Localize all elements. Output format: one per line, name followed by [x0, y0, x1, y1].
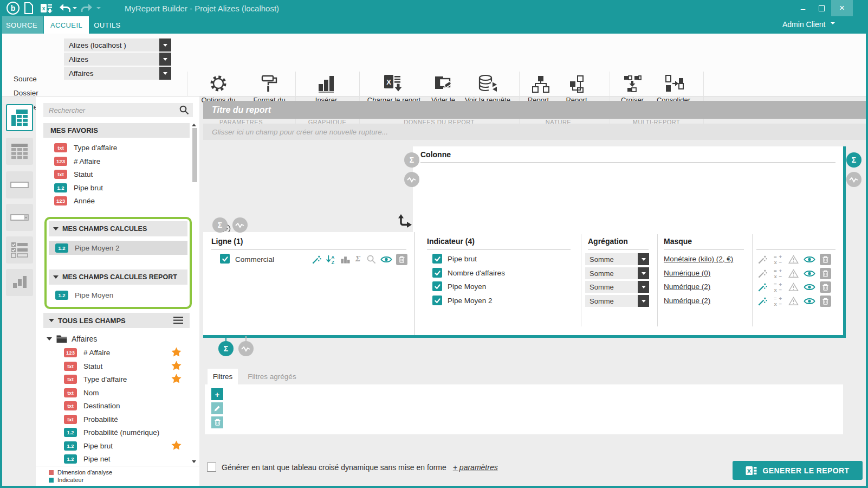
- magic-wand-icon[interactable]: [757, 282, 768, 292]
- graph-toggle-button[interactable]: [232, 217, 248, 233]
- filtres-panel[interactable]: [205, 384, 843, 434]
- masque-link[interactable]: Numérique (2): [664, 297, 710, 305]
- field-item[interactable]: 1.2 Pipe Moyen: [49, 288, 187, 302]
- tab-accueil[interactable]: ACCUEIL: [44, 16, 89, 34]
- agregation-select[interactable]: Somme: [585, 281, 649, 293]
- search-input[interactable]: [43, 103, 168, 117]
- field-item[interactable]: txt Nom: [64, 386, 99, 400]
- folder-row[interactable]: Affaires: [47, 332, 97, 345]
- undo-dropdown-icon[interactable]: [73, 7, 77, 11]
- masque-link[interactable]: Monétaire (kilo) (2, €): [664, 255, 733, 263]
- eye-icon[interactable]: [804, 255, 815, 264]
- eye-icon[interactable]: [804, 283, 815, 291]
- masque-link[interactable]: Numérique (0): [664, 269, 710, 277]
- view-checklist-button[interactable]: [6, 236, 33, 264]
- indicateur-checkbox[interactable]: [432, 268, 442, 278]
- graph-toggle-button[interactable]: [238, 341, 254, 356]
- maximize-button[interactable]: [813, 0, 830, 16]
- agregation-select[interactable]: Somme: [585, 253, 649, 265]
- consolider-button[interactable]: Consolider: [651, 70, 696, 105]
- star-icon[interactable]: [171, 347, 182, 357]
- colonne-dropzone[interactable]: [413, 146, 843, 232]
- field-item[interactable]: txt Type d'affaire: [64, 373, 127, 386]
- champs-calcules-header[interactable]: MES CHAMPS CALCULES: [49, 221, 187, 236]
- field-item[interactable]: 1.2 Pipe brut: [64, 439, 113, 453]
- warning-icon[interactable]: [788, 282, 799, 292]
- warning-icon[interactable]: [788, 269, 799, 278]
- tab-outils[interactable]: OUTILS: [89, 16, 125, 34]
- close-button[interactable]: ×: [831, 0, 853, 16]
- delete-filter-button[interactable]: [211, 416, 223, 428]
- graph-toggle-button[interactable]: [404, 172, 419, 187]
- generate-report-button[interactable]: X GENERER LE REPORT: [733, 461, 863, 480]
- warning-icon[interactable]: [788, 297, 799, 306]
- champs-calcules-report-header[interactable]: MES CHAMPS CALCULES REPORT: [49, 269, 187, 285]
- minimize-button[interactable]: –: [794, 0, 812, 16]
- trash-icon[interactable]: [820, 281, 831, 293]
- pivot-arrow-icon[interactable]: [396, 214, 413, 231]
- scrollbar-thumb[interactable]: [192, 128, 197, 182]
- parametres-link[interactable]: + paramètres: [453, 463, 498, 472]
- trash-icon[interactable]: [820, 296, 831, 307]
- magic-wand-icon[interactable]: [757, 268, 768, 279]
- magic-wand-icon[interactable]: [312, 254, 322, 265]
- field-item[interactable]: 123 # Affaire: [64, 346, 110, 359]
- field-item-selected[interactable]: 1.2 Pipe Moyen 2: [49, 241, 187, 255]
- sigma-toggle-button[interactable]: Σ: [218, 341, 234, 356]
- new-document-icon[interactable]: [24, 2, 34, 16]
- masque-link[interactable]: Numérique (2): [664, 282, 710, 291]
- calc-icon[interactable]: [773, 296, 783, 306]
- calc-icon[interactable]: [773, 254, 783, 265]
- warning-icon[interactable]: [788, 255, 799, 264]
- trash-icon[interactable]: [820, 268, 831, 279]
- indicateur-checkbox[interactable]: [432, 281, 442, 291]
- view-report-button[interactable]: [6, 104, 33, 131]
- sigma-toggle-button[interactable]: Σ: [404, 152, 419, 168]
- croiser-button[interactable]: Croiser: [614, 70, 651, 105]
- eye-icon[interactable]: [380, 255, 392, 264]
- field-item[interactable]: 1.2 Probabilité (numérique): [64, 426, 159, 439]
- agregation-select[interactable]: Somme: [585, 267, 649, 279]
- dossier-select[interactable]: Alizes: [64, 53, 171, 66]
- user-menu[interactable]: Admin Client: [782, 20, 835, 29]
- trash-icon[interactable]: [396, 254, 407, 265]
- graph-toggle-button[interactable]: [846, 172, 861, 187]
- field-item[interactable]: 123 Année: [54, 194, 95, 208]
- sort-az-icon[interactable]: [326, 254, 336, 265]
- tab-filtres-agreges[interactable]: Filtres agrégés: [242, 369, 302, 384]
- magic-wand-icon[interactable]: [757, 296, 768, 306]
- ranking-icon[interactable]: [340, 254, 351, 265]
- indicateur-checkbox[interactable]: [432, 254, 442, 264]
- ligne-checkbox[interactable]: [220, 254, 230, 264]
- redo-icon[interactable]: [81, 3, 93, 15]
- view-cell-button[interactable]: [6, 171, 33, 198]
- calc-icon[interactable]: [773, 268, 783, 279]
- field-item[interactable]: txt Statut: [54, 168, 93, 181]
- source-select[interactable]: Alizes (localhost ): [64, 38, 171, 52]
- view-dropdown-button[interactable]: [6, 204, 33, 231]
- undo-icon[interactable]: [59, 3, 70, 15]
- search-icon[interactable]: [179, 105, 190, 115]
- report-title-input[interactable]: Titre du report: [203, 101, 866, 119]
- trash-icon[interactable]: [820, 254, 831, 265]
- tab-source[interactable]: SOURCE: [0, 16, 43, 34]
- view-table-button[interactable]: [6, 138, 33, 165]
- eye-icon[interactable]: [804, 269, 815, 278]
- ligne-panel[interactable]: [203, 232, 414, 335]
- indicateur-checkbox[interactable]: [432, 296, 442, 305]
- star-icon[interactable]: [171, 361, 182, 370]
- tous-champs-header[interactable]: TOUS LES CHAMPS: [43, 313, 190, 328]
- field-item[interactable]: txt Destination: [64, 399, 120, 413]
- modele-select[interactable]: Affaires: [64, 67, 171, 80]
- pivot-checkbox[interactable]: [207, 463, 216, 472]
- magnifier-icon[interactable]: [366, 254, 377, 265]
- excel-import-icon[interactable]: x: [40, 3, 53, 16]
- field-item[interactable]: txt Probabilité: [64, 413, 118, 426]
- field-item[interactable]: 1.2 Pipe net: [64, 452, 111, 466]
- scroll-down-button[interactable]: [192, 460, 196, 465]
- tab-filtres[interactable]: Filtres: [208, 369, 238, 384]
- sigma-toggle-button[interactable]: Σ: [212, 217, 228, 233]
- eye-icon[interactable]: [804, 297, 815, 305]
- rupture-dropzone[interactable]: Glisser ici un champ pour créer une nouv…: [203, 124, 866, 140]
- scroll-up-button[interactable]: [192, 121, 196, 126]
